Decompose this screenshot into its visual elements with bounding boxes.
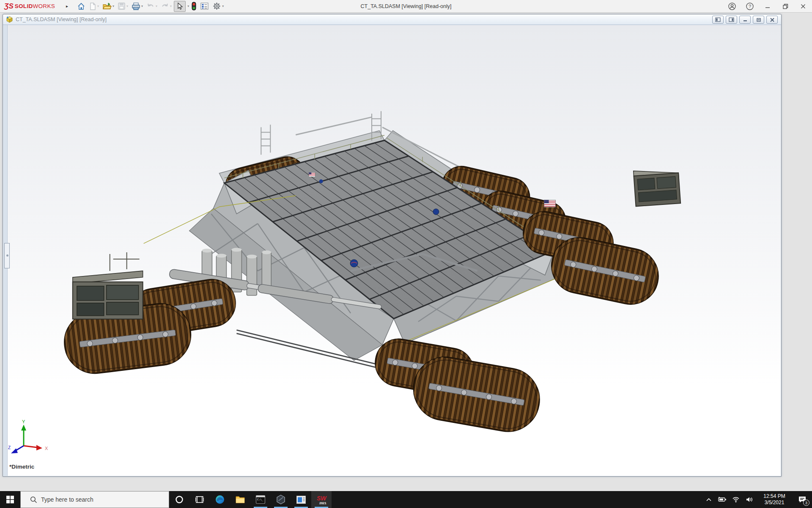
start-button[interactable] — [0, 491, 20, 508]
chevron-down-icon: ▾ — [126, 4, 128, 8]
blue-window-app-button[interactable] — [291, 491, 311, 508]
chevron-down-icon: ▾ — [112, 4, 114, 8]
restore-button[interactable] — [776, 0, 794, 13]
right-rear-cab — [634, 168, 680, 206]
document-window-controls — [712, 16, 778, 24]
svg-text:?: ? — [749, 4, 751, 9]
battery-icon — [718, 497, 727, 502]
view-orientation-label: *Dimetric — [9, 464, 34, 470]
app-titlebar: ƷS SOLID WORKS ▸ ▾ ▾ ▾ ▾ ▾ ▾ — [0, 0, 812, 13]
pane-left-icon — [715, 17, 721, 22]
solidworks-app-icon: SW 2021 — [316, 494, 327, 505]
search-input[interactable] — [41, 496, 159, 503]
chevron-down-icon[interactable]: ▾ — [187, 4, 189, 8]
open-button[interactable]: ▾ — [101, 1, 115, 12]
document-titlebar[interactable]: CT_TA.SLDASM [Viewing] [Read-only] — [3, 14, 781, 25]
pane-right-toggle-button[interactable] — [726, 16, 737, 24]
command-prompt-button[interactable]: C:\_ — [250, 491, 271, 508]
sw-badge-year: 2021 — [319, 501, 326, 505]
account-button[interactable] — [723, 0, 741, 13]
task-list-icon — [200, 2, 209, 10]
help-button[interactable]: ? — [741, 0, 759, 13]
close-button[interactable] — [794, 0, 812, 13]
traffic-light-icon — [191, 2, 197, 11]
hexagon-app-button[interactable] — [271, 491, 291, 508]
us-flag-decal — [544, 200, 556, 207]
select-cursor-icon — [176, 2, 184, 11]
cortana-icon — [175, 495, 184, 504]
pane-right-icon — [729, 17, 734, 22]
file-explorer-icon — [235, 495, 245, 504]
graphics-viewport[interactable]: Y X Z *Dimetric — [3, 25, 781, 476]
wifi-icon — [732, 497, 740, 502]
task-view-button[interactable] — [189, 491, 210, 508]
undo-button[interactable]: ▾ — [145, 1, 159, 12]
triad-z-label: Z — [8, 445, 11, 450]
hexagon-app-icon — [276, 494, 286, 505]
new-document-button[interactable]: ▾ — [88, 1, 100, 12]
cortana-button[interactable] — [169, 491, 189, 508]
action-center-button[interactable]: 3 — [793, 491, 812, 508]
menu-flyout-arrow-icon[interactable]: ▸ — [66, 4, 68, 8]
speaker-icon — [746, 497, 753, 502]
solidworks-taskbar-button[interactable]: SW 2021 — [311, 491, 332, 508]
status-light-button[interactable] — [190, 1, 198, 12]
redo-button[interactable]: ▾ — [159, 1, 173, 12]
file-explorer-button[interactable] — [230, 491, 250, 508]
network-status-button[interactable] — [729, 491, 743, 508]
chevron-down-icon: ▾ — [97, 4, 99, 8]
select-tool-button[interactable] — [174, 1, 186, 12]
triad-x-label: X — [45, 446, 48, 451]
task-view-icon — [195, 495, 204, 504]
orientation-triad: Y X Z — [8, 420, 50, 456]
system-tray: 12:54 PM 3/5/2021 3 — [702, 491, 812, 508]
edge-icon — [215, 494, 225, 505]
options-button[interactable]: ▾ — [211, 1, 225, 12]
edge-button[interactable] — [210, 491, 230, 508]
print-icon — [132, 2, 140, 11]
taskbar-clock[interactable]: 12:54 PM 3/5/2021 — [756, 491, 793, 508]
solidworks-logo: ƷS SOLID WORKS — [0, 2, 63, 11]
chevron-down-icon: ▾ — [141, 4, 143, 8]
terminal-prompt-text: C:\_ — [257, 498, 263, 501]
new-document-icon — [89, 2, 96, 11]
doc-restore-button[interactable] — [753, 16, 764, 24]
close-icon — [800, 3, 806, 9]
open-folder-icon — [102, 2, 112, 11]
help-icon: ? — [746, 2, 754, 11]
redo-icon — [161, 3, 169, 10]
chevron-up-icon — [706, 497, 712, 502]
print-button[interactable]: ▾ — [130, 1, 144, 12]
volume-button[interactable] — [743, 491, 756, 508]
quick-access-toolbar: ▾ ▾ ▾ ▾ ▾ ▾ ▾ — [76, 1, 225, 12]
battery-status-button[interactable] — [716, 491, 729, 508]
taskbar-search[interactable] — [20, 491, 169, 508]
left-operator-cab — [73, 252, 143, 319]
document-title: CT_TA.SLDASM [Viewing] [Read-only] — [16, 17, 107, 22]
task-pane-button[interactable] — [199, 1, 210, 12]
close-icon — [770, 18, 775, 22]
clock-date: 3/5/2021 — [765, 500, 785, 506]
save-button[interactable]: ▾ — [116, 1, 129, 12]
clock-time: 12:54 PM — [763, 493, 785, 500]
search-icon — [30, 496, 37, 503]
gear-icon — [212, 2, 221, 11]
notification-count-badge: 3 — [803, 500, 809, 506]
minimize-icon — [743, 18, 748, 22]
sw-badge-text: SW — [317, 495, 327, 502]
undo-icon — [146, 3, 155, 10]
hidden-icons-button[interactable] — [702, 491, 716, 508]
restore-icon — [782, 3, 789, 10]
home-button[interactable] — [76, 1, 87, 12]
doc-close-button[interactable] — [766, 16, 778, 24]
home-icon — [77, 2, 85, 11]
document-window: CT_TA.SLDASM [Viewing] [Read-only] — [3, 14, 782, 477]
pane-left-toggle-button[interactable] — [712, 16, 724, 24]
chevron-down-icon: ▾ — [222, 4, 224, 8]
doc-minimize-button[interactable] — [739, 16, 751, 24]
minimize-button[interactable] — [759, 0, 776, 13]
blue-window-app-icon — [296, 495, 306, 504]
windows-taskbar: C:\_ SW 2021 12:54 PM 3/5/2021 — [0, 491, 812, 508]
app-window-controls: ? — [723, 0, 812, 13]
chevron-down-icon: ▾ — [156, 4, 157, 8]
